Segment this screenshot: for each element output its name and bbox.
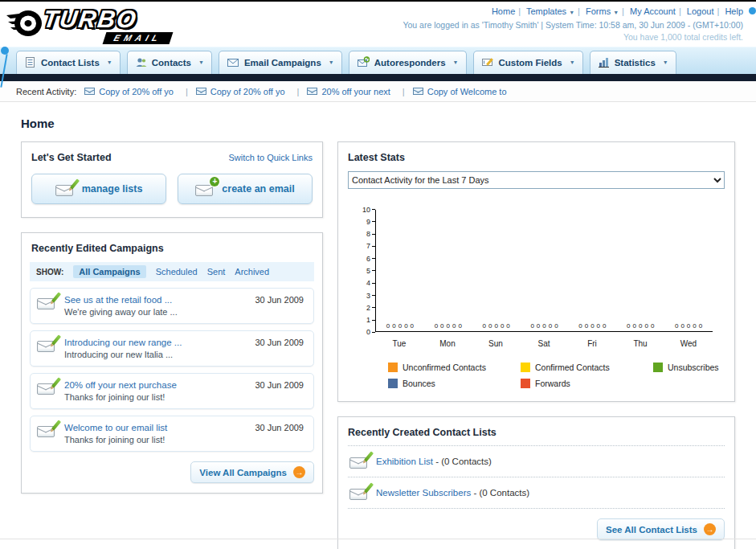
logo-text-turbo: TURBO <box>42 6 139 33</box>
stats-range-select[interactable]: Contact Activity for the Last 7 Days <box>348 171 725 189</box>
bar-value-label: 0 <box>435 323 438 330</box>
contact-list-item: Exhibition List - (0 Contacts) <box>348 446 725 477</box>
y-tick: 0 <box>356 329 375 336</box>
bar-value-label: 0 <box>627 323 630 330</box>
contact-list-link[interactable]: Newsletter Subscribers <box>376 488 471 498</box>
create-email-button[interactable]: create an email <box>178 174 313 204</box>
bar-value-label: 0 <box>447 323 450 330</box>
legend-item: Unsubscribes <box>653 363 725 372</box>
bar-value-label: 0 <box>452 323 456 330</box>
separator: | <box>619 6 627 16</box>
campaign-list-item: 20% off your next purchase Thanks for jo… <box>30 373 314 409</box>
chart-bar-group: 00000 <box>424 210 472 331</box>
bar-value-label: 0 <box>506 323 509 330</box>
top-link-logout[interactable]: Logout <box>687 6 714 16</box>
x-tick-label: Sat <box>520 336 568 348</box>
bar-value-label: 0 <box>687 323 690 330</box>
get-started-panel: Let's Get Started Switch to Quick Links … <box>21 141 323 218</box>
contact-list-link[interactable]: Exhibition List <box>376 457 433 466</box>
see-all-contact-lists-button[interactable]: See All Contact Lists → <box>597 518 725 540</box>
tab-autoresponders[interactable]: Autoresponders <box>349 51 467 74</box>
filter-sent[interactable]: Sent <box>207 267 226 277</box>
recent-contact-lists-panel: Recently Created Contact Lists Exhibitio… <box>337 416 735 549</box>
tab-email-campaigns[interactable]: Email Campaigns <box>219 51 342 74</box>
tab-custom-fields[interactable]: Custom Fields <box>473 51 583 74</box>
envelope-plus-icon <box>195 182 215 196</box>
filter-archived[interactable]: Archived <box>235 267 269 277</box>
top-link-forms[interactable]: Forms <box>586 6 619 16</box>
campaign-title-link[interactable]: Introducing our new range ... <box>64 338 247 347</box>
bar-value-label: 0 <box>542 323 546 330</box>
top-link-help[interactable]: Help <box>725 6 743 16</box>
pencil-envelope-icon <box>349 454 369 469</box>
recent-activity-link[interactable]: Copy of 20% off yo <box>99 87 174 96</box>
campaign-title-link[interactable]: 20% off your next purchase <box>64 380 247 390</box>
x-tick-label: Fri <box>568 336 616 348</box>
statistics-icon <box>598 56 610 68</box>
separator: | <box>574 6 583 16</box>
legend-swatch <box>521 363 530 372</box>
chart-bar-group: 00000 <box>616 210 664 331</box>
tab-label: Contact Lists <box>41 58 100 68</box>
bar-value-label: 0 <box>404 323 407 330</box>
bar-value-label: 0 <box>585 323 588 330</box>
legend-item: Bounces <box>388 379 521 388</box>
x-tick-label: Mon <box>423 336 472 348</box>
legend-item: Forwards <box>521 379 653 388</box>
legend-item: Unconfirmed Contacts <box>388 363 521 372</box>
campaign-list-item: Introducing our new range ... Introducin… <box>30 330 314 367</box>
top-header: TURBO EMAIL Home| Templates| Forms| My A… <box>0 2 756 47</box>
top-link-templates[interactable]: Templates <box>526 6 574 16</box>
chart-y-axis: 109876543210 <box>356 206 375 336</box>
pencil-envelope-icon <box>349 485 369 500</box>
recent-activity-link[interactable]: Copy of 20% off yo <box>210 87 285 96</box>
x-tick-label: Sun <box>472 336 520 348</box>
switch-quick-links-link[interactable]: Switch to Quick Links <box>228 153 313 162</box>
recent-activity-link[interactable]: Copy of Welcome to <box>427 87 507 96</box>
chart-bar-group: 00000 <box>472 210 521 331</box>
top-link-home[interactable]: Home <box>492 6 515 16</box>
chart-plot: 00000000000000000000000000000000000 <box>375 210 713 332</box>
recent-contact-lists-title: Recently Created Contact Lists <box>348 427 725 446</box>
tab-contact-lists[interactable]: Contact Lists <box>16 51 121 74</box>
top-nav-links: Home| Templates| Forms| My Account| Logo… <box>403 6 743 18</box>
autoresponders-icon <box>357 56 370 68</box>
legend-swatch <box>521 379 530 388</box>
bar-value-label: 0 <box>590 323 594 330</box>
legend-swatch <box>653 363 663 372</box>
campaign-list-item: Welcome to our email list Thanks for joi… <box>30 416 314 452</box>
envelope-icon <box>84 88 95 95</box>
x-tick-label: Thu <box>616 336 664 348</box>
campaign-subtitle: Introducing our new Italia ... <box>64 350 247 359</box>
filter-all-campaigns[interactable]: All Campaigns <box>73 265 145 278</box>
manage-lists-button[interactable]: manage lists <box>31 174 166 204</box>
right-column: Latest Stats Contact Activity for the La… <box>337 141 735 549</box>
separator: | <box>676 6 684 16</box>
custom-fields-icon <box>481 56 494 68</box>
view-all-campaigns-button[interactable]: View All Campaigns → <box>190 461 314 483</box>
campaign-title-link[interactable]: Welcome to our email list <box>64 423 247 432</box>
bar-value-label: 0 <box>699 323 702 330</box>
top-link-my-account[interactable]: My Account <box>630 6 676 16</box>
campaign-subtitle: We're giving away our late ... <box>64 307 247 317</box>
tab-contacts[interactable]: Contacts <box>127 51 212 74</box>
bar-value-label: 0 <box>386 323 390 330</box>
recent-campaigns-title: Recently Edited Campaigns <box>22 233 322 262</box>
filter-scheduled[interactable]: Scheduled <box>156 267 198 277</box>
campaign-date: 30 Jun 2009 <box>255 338 307 359</box>
recent-activity-label: Recent Activity: <box>16 87 76 96</box>
recent-activity-bar: Recent Activity: Copy of 20% off yo Copy… <box>0 81 756 102</box>
chart-bar-group: 00000 <box>568 210 616 331</box>
create-email-label: create an email <box>222 183 294 195</box>
campaign-title-link[interactable]: See us at the retail food ... <box>64 295 247 305</box>
pencil-envelope-icon <box>37 423 56 437</box>
y-tick: 2 <box>356 304 375 311</box>
latest-stats-title: Latest Stats <box>348 152 725 163</box>
recent-activity-link[interactable]: 20% off your next <box>321 87 390 96</box>
tab-statistics[interactable]: Statistics <box>590 51 676 74</box>
legend-label: Confirmed Contacts <box>535 363 610 372</box>
bar-value-label: 0 <box>488 323 492 330</box>
legend-label: Bounces <box>403 379 435 388</box>
bar-value-label: 0 <box>633 323 636 330</box>
manage-lists-label: manage lists <box>82 183 143 195</box>
